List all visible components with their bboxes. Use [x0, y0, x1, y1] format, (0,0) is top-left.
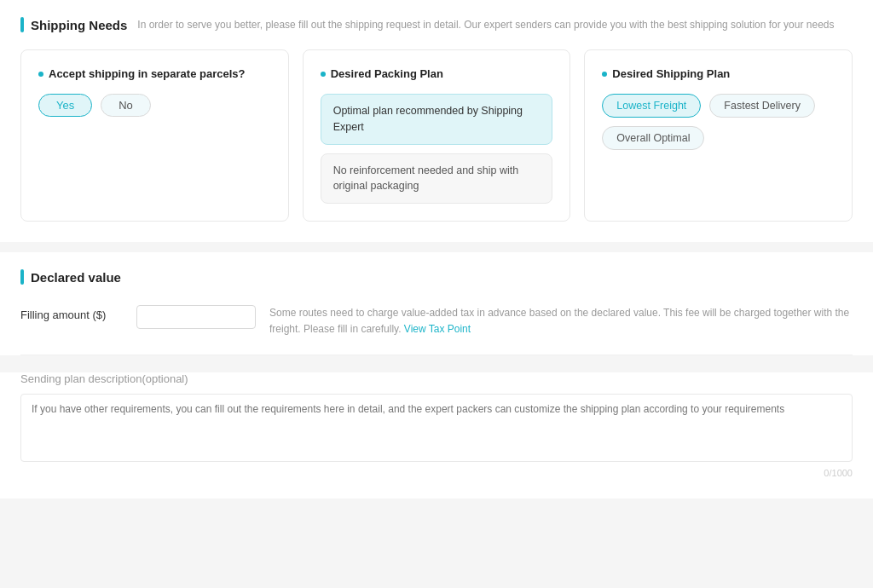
- shipping-needs-title: Shipping Needs: [31, 18, 127, 32]
- filling-amount-hint: Some routes need to charge value-added t…: [269, 305, 853, 337]
- sending-plan-textarea[interactable]: [20, 394, 853, 462]
- shipping-plan-title: Desired Shipping Plan: [602, 67, 835, 80]
- packing-options: Optimal plan recommended by Shipping Exp…: [321, 94, 553, 204]
- packing-option-no-reinforcement[interactable]: No reinforcement needed and ship with or…: [321, 153, 553, 205]
- no-button[interactable]: No: [101, 94, 151, 117]
- card-title-dot-3: [602, 72, 607, 77]
- filling-amount-row: Filling amount ($) Some routes need to c…: [20, 305, 853, 355]
- view-tax-point-link[interactable]: View Tax Point: [404, 323, 471, 335]
- filling-amount-input[interactable]: [136, 305, 256, 329]
- declared-section-indicator: [20, 269, 24, 285]
- filling-amount-label: Filling amount ($): [20, 305, 123, 321]
- section-indicator: [20, 17, 24, 32]
- shipping-needs-subtitle: In order to serve you better, please fil…: [137, 19, 834, 31]
- shipping-tag-fastest-delivery[interactable]: Fastest Delivery: [709, 94, 815, 118]
- packing-plan-title: Desired Packing Plan: [321, 67, 553, 80]
- separate-parcels-options: Yes No: [38, 94, 271, 117]
- sending-plan-section: Sending plan description(optional) 0/100…: [0, 372, 873, 499]
- page-wrapper: Shipping Needs In order to serve you bet…: [0, 0, 873, 588]
- declared-value-header: Declared value: [20, 269, 853, 285]
- declared-value-section: Declared value Filling amount ($) Some r…: [0, 252, 873, 355]
- packing-plan-card: Desired Packing Plan Optimal plan recomm…: [303, 49, 571, 222]
- shipping-plan-tags: Lowest Freight Fastest Delivery Overall …: [602, 94, 835, 150]
- cards-row: Accept shipping in separate parcels? Yes…: [20, 49, 853, 222]
- textarea-counter: 0/1000: [20, 468, 853, 478]
- separate-parcels-title: Accept shipping in separate parcels?: [38, 67, 271, 80]
- yes-button[interactable]: Yes: [38, 94, 92, 117]
- separate-parcels-card: Accept shipping in separate parcels? Yes…: [20, 49, 289, 222]
- card-title-dot-2: [321, 72, 326, 77]
- sending-plan-label: Sending plan description(optional): [20, 372, 853, 385]
- shipping-tag-lowest-freight[interactable]: Lowest Freight: [602, 94, 701, 118]
- shipping-needs-section: Shipping Needs In order to serve you bet…: [0, 0, 873, 242]
- declared-value-title: Declared value: [31, 270, 121, 285]
- shipping-plan-card: Desired Shipping Plan Lowest Freight Fas…: [584, 49, 853, 222]
- shipping-tag-overall-optimal[interactable]: Overall Optimal: [602, 126, 704, 150]
- packing-option-optimal[interactable]: Optimal plan recommended by Shipping Exp…: [321, 94, 553, 145]
- shipping-needs-header: Shipping Needs In order to serve you bet…: [20, 17, 853, 32]
- card-title-dot: [38, 72, 43, 77]
